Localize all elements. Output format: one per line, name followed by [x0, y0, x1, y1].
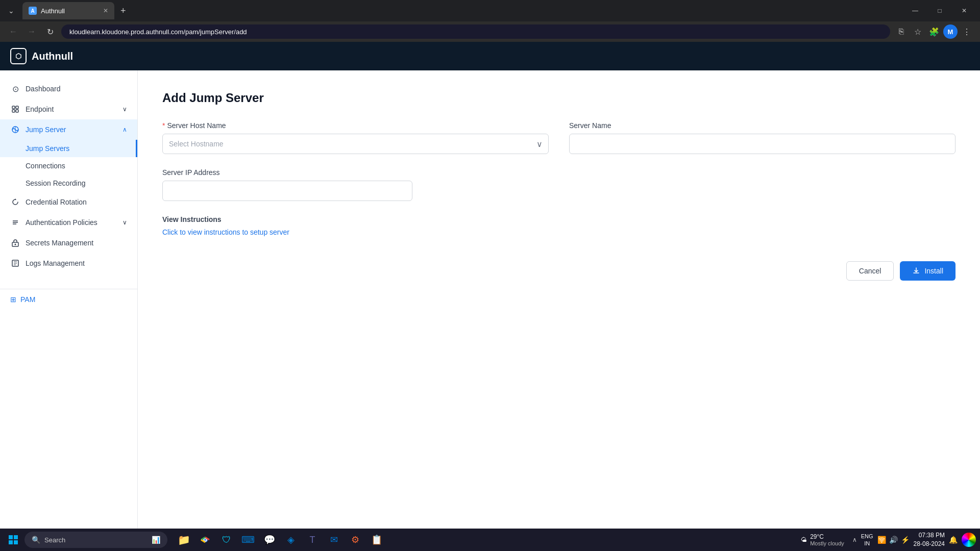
pam-link[interactable]: ⊞ PAM: [0, 289, 137, 310]
taskbar-clock[interactable]: 07:38 PM 28-08-2024: [914, 531, 945, 548]
jump-server-arrow-icon: ∧: [122, 126, 127, 133]
start-button[interactable]: [4, 531, 22, 549]
volume-icon: 🔊: [889, 536, 898, 544]
wifi-icon: 🛜: [877, 536, 886, 544]
minimize-button[interactable]: —: [903, 3, 927, 19]
cast-icon[interactable]: ⎘: [894, 24, 909, 39]
taskbar-right: 🌤 29°C Mostly cloudy ∧ ENG IN 🛜 🔊 ⚡ 07:3…: [797, 531, 976, 548]
view-instructions-link[interactable]: Click to view instructions to setup serv…: [162, 228, 289, 236]
taskbar-search-icon: 🔍: [32, 536, 40, 544]
sidebar-item-session-recording[interactable]: Session Recording: [0, 174, 137, 192]
taskbar-app-code[interactable]: ⌨: [238, 530, 258, 550]
server-host-name-select[interactable]: Select Hostname: [162, 134, 549, 154]
back-button[interactable]: ←: [6, 24, 20, 39]
taskbar-app-whatsapp[interactable]: 💬: [259, 530, 280, 550]
server-ip-label: Server IP Address: [162, 168, 412, 177]
connections-label: Connections: [26, 162, 65, 170]
close-button[interactable]: ✕: [952, 3, 976, 19]
browser-controls: ⌄: [4, 4, 18, 18]
notification-icon[interactable]: 🔔: [949, 536, 958, 544]
extension-icon[interactable]: 🧩: [927, 24, 941, 39]
auth-policies-icon: [10, 217, 20, 228]
taskbar-app-report[interactable]: 📋: [366, 530, 387, 550]
bookmark-icon[interactable]: ☆: [911, 24, 925, 39]
auth-policies-arrow-icon: ∨: [122, 219, 127, 226]
forward-button[interactable]: →: [24, 24, 39, 39]
svg-rect-17: [9, 540, 13, 544]
weather-widget: 🌤 29°C Mostly cloudy: [797, 533, 848, 546]
tab-bar: A Authnull ✕ +: [22, 2, 130, 19]
tab-title: Authnull: [41, 7, 65, 15]
taskbar-apps: 📁 🛡 ⌨ 💬 ◈ T ✉ ⚙ 📋: [174, 530, 387, 550]
taskbar-app-vscode[interactable]: ◈: [281, 530, 301, 550]
system-icons-group: 🛜 🔊 ⚡: [877, 536, 910, 544]
main-layout: ⊙ Dashboard Endpoint ∨ Jump Server ∧ Jum…: [0, 70, 980, 529]
window-controls: — □ ✕: [903, 3, 976, 19]
install-button[interactable]: Install: [900, 261, 955, 281]
jump-server-icon: [10, 124, 20, 135]
sidebar-item-logs-management[interactable]: Logs Management: [0, 253, 137, 273]
tab-close-button[interactable]: ✕: [103, 7, 108, 14]
chevron-up-icon[interactable]: ∧: [852, 536, 857, 543]
server-host-name-wrapper: Select Hostname ∨: [162, 134, 549, 154]
content-area: Add Jump Server * Server Host Name Selec…: [138, 70, 980, 529]
pam-label: PAM: [20, 295, 35, 304]
taskbar-app-teams[interactable]: T: [302, 530, 323, 550]
new-tab-button[interactable]: +: [116, 4, 130, 18]
app-header: ⬡ Authnull: [0, 42, 980, 70]
address-input[interactable]: [61, 24, 890, 39]
svg-rect-3: [16, 110, 18, 112]
sidebar-item-credential-rotation[interactable]: Credential Rotation: [0, 192, 137, 212]
sidebar-item-jump-server[interactable]: Jump Server ∧: [0, 119, 137, 140]
svg-point-21: [204, 539, 206, 541]
taskbar-search-text: Search: [44, 536, 65, 544]
secrets-management-icon: [10, 238, 20, 248]
svg-rect-16: [14, 535, 18, 539]
server-host-name-label: * Server Host Name: [162, 121, 549, 130]
cancel-button[interactable]: Cancel: [846, 261, 894, 281]
weather-temp: 29°C: [810, 533, 844, 540]
maximize-button[interactable]: □: [928, 3, 951, 19]
server-name-label: Server Name: [569, 121, 955, 130]
reload-button[interactable]: ↻: [43, 24, 57, 39]
sidebar-item-auth-policies[interactable]: Authentication Policies ∨: [0, 212, 137, 233]
page-title: Add Jump Server: [162, 91, 955, 105]
sidebar-item-label: Authentication Policies: [26, 218, 97, 227]
taskbar-app-devtools[interactable]: ⚙: [345, 530, 365, 550]
credential-rotation-icon: [10, 197, 20, 207]
sidebar-item-connections[interactable]: Connections: [0, 157, 137, 174]
jump-servers-label: Jump Servers: [26, 144, 69, 153]
form-group-ip-address: Server IP Address: [162, 168, 412, 201]
sidebar-item-label: Endpoint: [26, 105, 54, 113]
sidebar-item-secrets-management[interactable]: Secrets Management: [0, 233, 137, 253]
sidebar-item-jump-servers[interactable]: Jump Servers: [0, 140, 137, 157]
tab-favicon: A: [29, 7, 37, 15]
weather-condition: Mostly cloudy: [810, 540, 844, 546]
sidebar-item-dashboard[interactable]: ⊙ Dashboard: [0, 79, 137, 99]
taskbar-app-outlook[interactable]: ✉: [324, 530, 344, 550]
taskbar-app-security[interactable]: 🛡: [216, 530, 237, 550]
language-indicator: ENG IN: [861, 533, 873, 547]
address-bar-row: ← → ↻ ⎘ ☆ 🧩 M ⋮: [0, 21, 980, 42]
view-instructions-section: View Instructions Click to view instruct…: [162, 215, 955, 237]
form-row-1: * Server Host Name Select Hostname ∨ Ser…: [162, 121, 955, 154]
taskbar-app-files[interactable]: 📁: [174, 530, 194, 550]
svg-rect-15: [9, 535, 13, 539]
endpoint-icon: [10, 104, 20, 114]
session-recording-label: Session Recording: [26, 179, 86, 187]
server-ip-input[interactable]: [162, 181, 412, 201]
svg-rect-0: [12, 106, 15, 109]
active-tab[interactable]: A Authnull ✕: [22, 2, 114, 19]
sidebar-item-label: Credential Rotation: [26, 198, 87, 206]
clock-date: 28-08-2024: [914, 540, 945, 548]
sidebar: ⊙ Dashboard Endpoint ∨ Jump Server ∧ Jum…: [0, 70, 138, 529]
browser-tab-list[interactable]: ⌄: [4, 4, 18, 18]
sidebar-item-endpoint[interactable]: Endpoint ∨: [0, 99, 137, 119]
menu-icon[interactable]: ⋮: [960, 24, 974, 39]
weather-icon: 🌤: [801, 536, 807, 543]
server-name-input[interactable]: [569, 134, 955, 154]
sidebar-item-label: Jump Server: [26, 126, 66, 134]
profile-button[interactable]: M: [943, 24, 958, 39]
taskbar-app-chrome[interactable]: [195, 530, 215, 550]
taskbar-search[interactable]: 🔍 Search 📊: [24, 532, 167, 548]
